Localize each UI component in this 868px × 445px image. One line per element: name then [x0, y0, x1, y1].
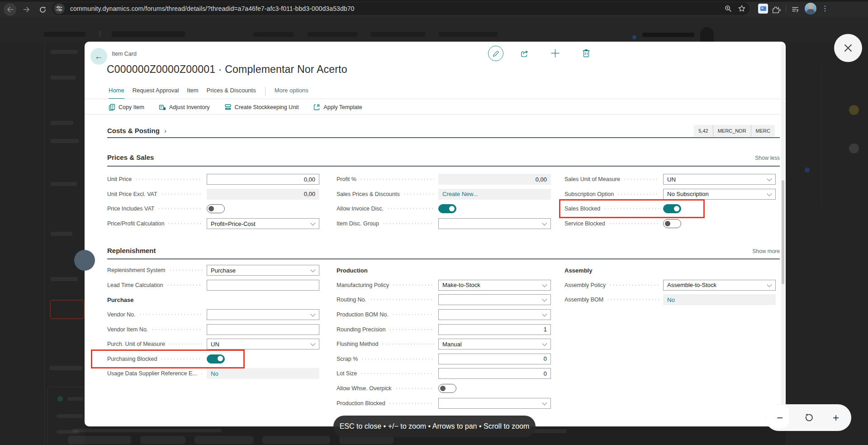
- field-row-allow-whse-overpick: Allow Whse. Overpick: [337, 381, 551, 396]
- select-routing-no[interactable]: [438, 294, 551, 305]
- tab-home[interactable]: Home: [109, 87, 124, 97]
- zoom-page-icon[interactable]: [724, 5, 732, 14]
- toggle-allow-whse-overpick[interactable]: [438, 384, 456, 393]
- field-row-sales-blocked: Sales Blocked: [564, 201, 776, 216]
- back-button[interactable]: ←: [90, 48, 107, 65]
- field-label: Production BOM No.: [337, 311, 389, 318]
- chevron-down-icon: [542, 400, 547, 405]
- chevron-down-icon: [542, 341, 547, 346]
- field-value: UN: [211, 341, 307, 348]
- show-less-link[interactable]: Show less: [755, 155, 780, 161]
- red-highlight-box: [91, 349, 245, 368]
- delete-icon[interactable]: [582, 48, 590, 59]
- field-value: 0,00: [211, 191, 315, 197]
- extension-shortcut-icon[interactable]: [758, 4, 768, 14]
- select-production-blocked[interactable]: [438, 398, 551, 409]
- field-row-service-blocked: Service Blocked: [564, 216, 776, 231]
- profile-avatar[interactable]: [805, 3, 816, 14]
- field-row-profit: Profit %0,00: [337, 172, 551, 187]
- action-apply-template[interactable]: Apply Template: [313, 104, 362, 111]
- select-replenishment-system[interactable]: Purchase: [207, 265, 319, 276]
- tab-item[interactable]: Item: [187, 87, 198, 97]
- input-unit-price[interactable]: 0,00: [207, 174, 319, 185]
- zoom-in-button[interactable]: +: [825, 404, 847, 431]
- action-copy-item[interactable]: Copy Item: [109, 104, 144, 111]
- chevron-down-icon: [311, 268, 316, 273]
- action-bar: Copy ItemAdjust InventoryCreate Stockkee…: [109, 101, 362, 113]
- browser-menu-icon[interactable]: ⋮: [821, 3, 829, 14]
- field-control-slot: Assemble-to-Stock: [663, 280, 776, 291]
- select-manufacturing-policy[interactable]: Make-to-Stock: [438, 280, 551, 291]
- dotted-leader: [361, 359, 434, 359]
- edit-icon[interactable]: [488, 46, 503, 61]
- select-vendor-no[interactable]: [207, 309, 319, 320]
- create-stockkeeping-unit-icon: [224, 104, 232, 111]
- select-subscription-option[interactable]: No Subscription: [663, 189, 776, 200]
- section-costs-posting[interactable]: Costs & Posting › 5,42MERC_NORMERC: [107, 127, 780, 135]
- reading-list-icon[interactable]: [789, 3, 802, 16]
- dotted-leader: [389, 403, 434, 404]
- select-flushing-method[interactable]: Manual: [438, 339, 551, 349]
- field-label: Production Blocked: [337, 400, 385, 407]
- extensions-puzzle-icon[interactable]: [769, 3, 782, 16]
- field-control-slot: UN: [663, 174, 776, 185]
- chevron-right-icon: ›: [164, 127, 166, 134]
- input-lead-time-calculation[interactable]: [207, 280, 319, 291]
- toggle-allow-invoice-disc[interactable]: [438, 204, 456, 213]
- browser-reload-button[interactable]: [36, 3, 49, 16]
- select-price-profit-calculation[interactable]: Profit=Price-Cost: [207, 218, 319, 229]
- select-purch-unit-of-measure[interactable]: UN: [207, 339, 319, 349]
- section-title: Prices & Sales: [107, 153, 154, 161]
- tab-request-approval[interactable]: Request Approval: [133, 87, 179, 97]
- bookmark-star-icon[interactable]: [738, 5, 746, 14]
- field-control-slot: No: [207, 368, 319, 379]
- field-row-allow-invoice-disc: Allow Invoice Disc.: [337, 201, 551, 216]
- toggle-service-blocked[interactable]: [663, 219, 681, 228]
- action-adjust-inventory[interactable]: Adjust Inventory: [159, 104, 210, 111]
- field-label: Item Disc. Group: [337, 220, 379, 227]
- site-settings-icon[interactable]: [54, 3, 65, 14]
- field-row-production-bom-no: Production BOM No.: [337, 307, 551, 322]
- input-lot-size[interactable]: 0: [438, 368, 551, 379]
- field-row-manufacturing-policy: Manufacturing PolicyMake-to-Stock: [337, 278, 551, 293]
- field-label: Price Includes VAT: [107, 206, 154, 212]
- lightbox-close-button[interactable]: [834, 34, 862, 62]
- zoom-reset-button[interactable]: [795, 404, 822, 431]
- action-create-stockkeeping-unit[interactable]: Create Stockkeeping Unit: [224, 104, 299, 111]
- select-assembly-policy[interactable]: Assemble-to-Stock: [663, 280, 776, 291]
- url-text[interactable]: community.dynamics.com/forums/thread/det…: [70, 5, 354, 12]
- card-scrollbar[interactable]: [781, 44, 785, 424]
- field-control-slot: 0,00: [438, 174, 551, 185]
- add-icon[interactable]: [550, 48, 560, 60]
- zoom-out-button[interactable]: −: [770, 404, 790, 431]
- tab-prices-discounts[interactable]: Prices & Discounts: [207, 87, 256, 97]
- input-vendor-item-no[interactable]: [207, 324, 319, 335]
- browser-forward-button[interactable]: [20, 3, 33, 16]
- field-value[interactable]: No: [211, 370, 315, 377]
- select-sales-unit-of-measure[interactable]: UN: [663, 174, 776, 185]
- field-label: Replenishment System: [107, 267, 166, 273]
- field-value: UN: [667, 176, 764, 183]
- select-item-disc-group[interactable]: [438, 218, 551, 229]
- field-value[interactable]: No: [667, 297, 772, 303]
- field-value[interactable]: Create New...: [442, 191, 547, 197]
- field-control-slot: No Subscription: [663, 189, 776, 200]
- field-control-slot: 0: [438, 368, 551, 379]
- field-row-item-disc-group: Item Disc. Group: [337, 216, 551, 231]
- dotted-leader: [608, 223, 659, 224]
- share-icon[interactable]: [520, 49, 529, 60]
- field-label: Flushing Method: [337, 341, 378, 347]
- input-rounding-precision[interactable]: 1: [438, 324, 551, 335]
- input-scrap[interactable]: 0: [438, 354, 551, 364]
- toggle-price-includes-vat[interactable]: [207, 204, 225, 213]
- show-more-link[interactable]: Show more: [752, 248, 780, 254]
- field-control-slot: Create New...: [438, 189, 551, 200]
- address-bar[interactable]: community.dynamics.com/forums/thread/det…: [52, 2, 749, 15]
- select-production-bom-no[interactable]: [438, 309, 551, 320]
- more-options[interactable]: More options: [275, 87, 308, 97]
- field-label: Lead Time Calculation: [107, 282, 163, 288]
- field-row-purchasing-blocked: Purchasing Blocked: [107, 352, 319, 367]
- dotted-leader: [169, 270, 203, 271]
- readonly-profit: 0,00: [438, 174, 551, 185]
- browser-back-button[interactable]: [4, 3, 16, 16]
